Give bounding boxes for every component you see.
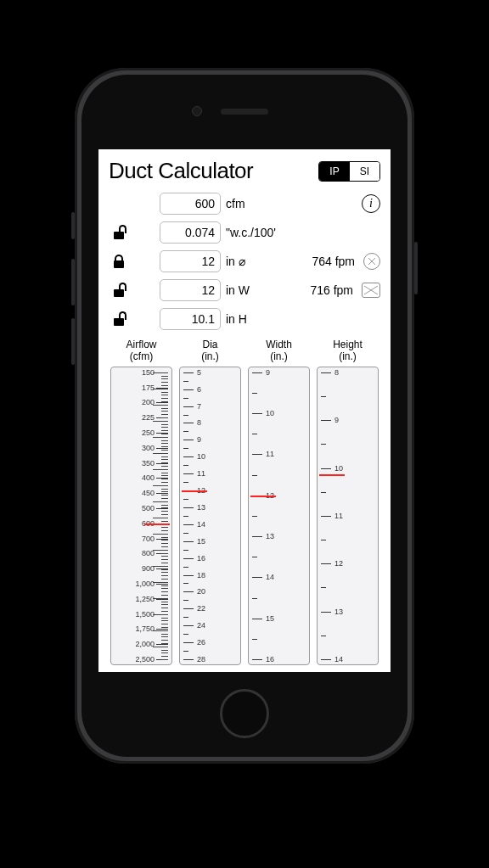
rect-duct-icon <box>362 283 380 298</box>
lock-open-icon[interactable] <box>112 312 126 326</box>
diameter-scale[interactable]: 5678910111213141516182022242628 <box>179 367 241 665</box>
height-scale[interactable]: 891011121314 <box>317 367 379 665</box>
phone-frame: Duct Calculator IP SI 600 cfm i <box>75 68 414 764</box>
phone-volume-down <box>71 318 75 365</box>
width-field[interactable]: 12 <box>160 279 221 301</box>
units-si[interactable]: SI <box>350 162 379 181</box>
units-ip[interactable]: IP <box>319 162 349 181</box>
phone-power-button <box>414 242 418 294</box>
width-unit: in W <box>226 283 285 297</box>
phone-camera <box>192 106 202 116</box>
airflow-field[interactable]: 600 <box>160 193 221 215</box>
lock-open-icon[interactable] <box>112 226 126 239</box>
lock-open-icon[interactable] <box>112 283 126 297</box>
airflow-scale[interactable]: 1501752002252503003504004505006007008009… <box>110 367 172 665</box>
diameter-field[interactable]: 12 <box>160 250 221 272</box>
scale-header-width: Width(in.) <box>248 339 310 363</box>
friction-field[interactable]: 0.074 <box>160 221 221 244</box>
phone-volume-up <box>71 259 75 305</box>
app-screen: Duct Calculator IP SI 600 cfm i <box>98 149 391 672</box>
velocity-rect: 716 fpm <box>310 283 353 297</box>
airflow-unit: cfm <box>226 197 285 210</box>
phone-speaker <box>221 109 268 115</box>
lock-closed-icon[interactable] <box>112 255 126 268</box>
scale-header-dia: Dia(in.) <box>179 339 241 363</box>
units-toggle[interactable]: IP SI <box>318 161 380 182</box>
info-button[interactable]: i <box>362 194 380 213</box>
velocity-round: 764 fpm <box>312 255 355 268</box>
scale-header-height: Height(in.) <box>317 339 379 363</box>
diameter-unit: in ⌀ <box>226 255 285 268</box>
height-unit: in H <box>226 312 285 326</box>
home-button[interactable] <box>220 689 269 738</box>
page-title: Duct Calculator <box>109 158 253 184</box>
scales-header: Airflow(cfm) Dia(in.) Width(in.) Height(… <box>109 339 380 363</box>
width-scale[interactable]: 910111213141516 <box>248 367 310 665</box>
phone-mute-switch <box>71 212 75 239</box>
scale-header-airflow: Airflow(cfm) <box>110 339 172 363</box>
height-field[interactable]: 10.1 <box>160 308 221 330</box>
round-duct-icon <box>363 253 380 270</box>
friction-unit: "w.c./100' <box>226 226 285 239</box>
